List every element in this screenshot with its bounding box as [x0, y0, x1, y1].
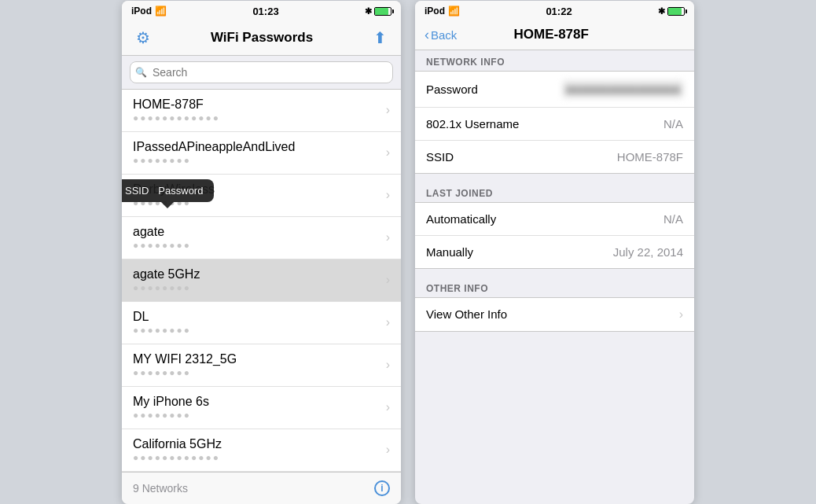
list-item-content: DL ●●●●●●●● [133, 310, 381, 336]
chevron-right-icon: › [386, 188, 390, 202]
right-status-left: iPod 📶 [425, 6, 460, 17]
info-button[interactable]: i [374, 480, 390, 496]
chevron-right-icon: › [386, 315, 390, 329]
list-item-name: agate 5GHz [133, 267, 381, 281]
list-item-password: ●●●●●●●● [133, 410, 381, 421]
share-button[interactable]: ⬆ [369, 27, 391, 49]
ssid-password-tooltip: SSID Password [122, 179, 214, 202]
right-phone: iPod 📶 01:22 ✱ ‹ Back HOME-878F [415, 1, 694, 504]
other-info-header: OTHER INFO [415, 277, 694, 297]
chevron-right-icon: › [386, 230, 390, 245]
list-item-name: IPassedAPineappleAndLived [133, 140, 381, 154]
list-item-content: MY WIFI 2312_5G ●●●●●●●● [133, 352, 381, 378]
left-nav-title: WiFi Passwords [211, 30, 313, 46]
automatically-value: N/A [663, 212, 683, 226]
wifi-list: HOME-878F ●●●●●●●●●●●● › IPassedAPineapp… [122, 90, 401, 472]
tooltip-password-label[interactable]: Password [158, 185, 203, 197]
back-chevron-icon: ‹ [425, 27, 429, 43]
view-other-info-button[interactable]: View Other Info › [415, 298, 694, 331]
list-item-password: ●●●●●●●● [133, 367, 381, 378]
list-item[interactable]: MY WIFI 2312_5G ●●●●●●●● › [122, 344, 401, 387]
right-status-right: ✱ [658, 6, 685, 17]
list-item-name: agate [133, 225, 381, 239]
left-phone: iPod 📶 01:23 ✱ ⚙ WiFi Passwords ⬆ [122, 1, 401, 504]
chevron-right-icon: › [386, 103, 390, 117]
list-item-password: ●●●●●●●● [133, 155, 381, 166]
other-info-body: View Other Info › [415, 297, 694, 332]
search-bar [122, 56, 401, 90]
back-button[interactable]: ‹ Back [425, 27, 457, 43]
chevron-right-icon: › [386, 400, 390, 414]
list-item-content: agate 5GHz ●●●●●●●● [133, 267, 381, 293]
view-other-info-chevron-icon: › [679, 307, 683, 322]
right-battery-icon [667, 7, 685, 16]
ssid-value: HOME-878F [617, 150, 683, 164]
left-status-bar: iPod 📶 01:23 ✱ [122, 1, 401, 20]
network-info-body: Password ●●●●●●●●●●●●●●●● 802.1x Usernam… [415, 71, 694, 174]
section-spacer-2 [415, 269, 694, 277]
search-wrapper [130, 61, 393, 83]
tooltip-ssid-label[interactable]: SSID [125, 185, 149, 197]
manually-value: July 22, 2014 [613, 245, 683, 259]
username-value: N/A [663, 117, 683, 131]
chevron-right-icon: › [386, 358, 390, 372]
list-footer: 9 Networks i [122, 472, 401, 504]
list-item-name: MY WIFI 2312_5G [133, 352, 381, 366]
list-item[interactable]: DL ●●●●●●●● › [122, 302, 401, 344]
ssid-row: SSID HOME-878F [415, 141, 694, 173]
list-item-name: California 5GHz [133, 437, 381, 451]
list-item[interactable]: HOME-878F ●●●●●●●●●●●● › [122, 90, 401, 132]
list-item-content: HOME-878F ●●●●●●●●●●●● [133, 97, 381, 123]
section-spacer-3 [415, 332, 694, 340]
automatically-row: Automatically N/A [415, 203, 694, 236]
password-label: Password [426, 83, 478, 96]
chevron-right-icon: › [386, 443, 390, 457]
right-carrier: iPod [425, 6, 445, 17]
network-count: 9 Networks [133, 482, 188, 495]
list-item-password: ●●●●●●●● [133, 325, 381, 336]
gear-button[interactable]: ⚙ [131, 27, 155, 49]
username-row: 802.1x Username N/A [415, 108, 694, 141]
left-carrier: iPod [131, 6, 152, 17]
list-item-content: agate ●●●●●●●● [133, 225, 381, 251]
manually-label: Manually [426, 245, 473, 259]
last-joined-header: LAST JOINED [415, 182, 694, 202]
list-item-password: ●●●●●●●● [133, 282, 381, 293]
list-item-content: IPassedAPineappleAndLived ●●●●●●●● [133, 140, 381, 166]
manually-row: Manually July 22, 2014 [415, 236, 694, 268]
chevron-right-icon: › [386, 145, 390, 160]
list-item[interactable]: California 5GHz ●●●●●●●●●●●● › [122, 429, 401, 472]
password-row: Password ●●●●●●●●●●●●●●●● [415, 72, 694, 108]
chevron-right-icon: › [386, 273, 390, 287]
left-status-left: iPod 📶 [131, 6, 167, 17]
left-battery-icon [374, 7, 391, 16]
right-time: 01:22 [546, 6, 572, 17]
other-info-section: OTHER INFO View Other Info › [415, 277, 694, 332]
list-item[interactable]: My iPhone 6s ●●●●●●●● › [122, 387, 401, 429]
network-info-section: NETWORK INFO Password ●●●●●●●●●●●●●●●● 8… [415, 50, 694, 174]
list-item-password: ●●●●●●●●●●●● [133, 112, 381, 123]
right-status-bar: iPod 📶 01:22 ✱ [415, 1, 694, 20]
list-item[interactable]: IPassedAPineappleAndLived ●●●●●●●● › [122, 132, 401, 175]
list-item-agate[interactable]: agate ●●●●●●●● › SSID Password [122, 217, 401, 259]
left-bluetooth-icon: ✱ [365, 6, 372, 17]
list-item-name: My iPhone 6s [133, 395, 381, 409]
ssid-label: SSID [426, 150, 454, 164]
last-joined-body: Automatically N/A Manually July 22, 2014 [415, 202, 694, 269]
view-other-info-label: View Other Info [426, 307, 507, 321]
search-input[interactable] [130, 61, 393, 83]
list-item-content: My iPhone 6s ●●●●●●●● [133, 395, 381, 421]
section-spacer-1 [415, 174, 694, 182]
left-status-right: ✱ [365, 6, 391, 17]
detail-content: NETWORK INFO Password ●●●●●●●●●●●●●●●● 8… [415, 50, 694, 504]
automatically-label: Automatically [426, 212, 496, 226]
right-bluetooth-icon: ✱ [658, 6, 665, 17]
password-value: ●●●●●●●●●●●●●●●● [563, 81, 683, 97]
list-item-password: ●●●●●●●●●●●● [133, 452, 381, 463]
right-nav-title: HOME-878F [513, 27, 588, 42]
left-time: 01:23 [252, 6, 278, 17]
username-label: 802.1x Username [426, 117, 519, 131]
right-nav-bar: ‹ Back HOME-878F [415, 20, 694, 50]
list-item-agate-5ghz[interactable]: agate 5GHz ●●●●●●●● › [122, 259, 401, 302]
last-joined-section: LAST JOINED Automatically N/A Manually J… [415, 182, 694, 269]
